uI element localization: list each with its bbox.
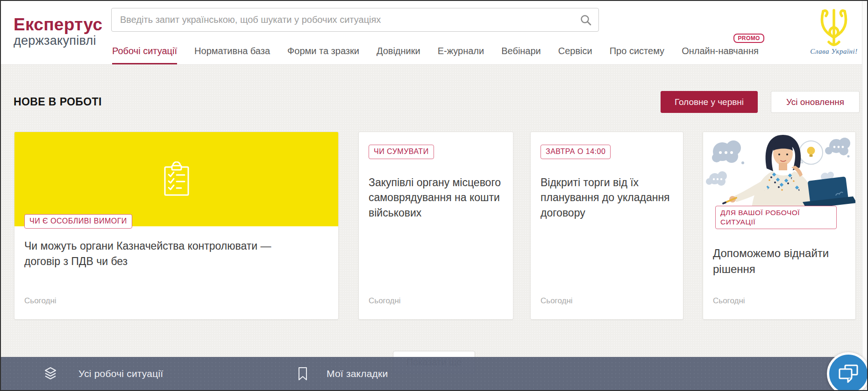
search-icon[interactable] [580,14,592,26]
card-date: Сьогодні [541,296,573,306]
nav-item-formy-ta-zrazky[interactable]: Форми та зразки [287,46,359,64]
all-updates-button[interactable]: Усі оновлення [771,91,860,113]
card-title: Закупівлі органу місцевого самоврядуванн… [369,175,503,221]
nav-item-pro-systemu[interactable]: Про систему [610,46,664,64]
card-badge: ДЛЯ ВАШОЇ РОБОЧОЇ СИТУАЦІЇ [715,206,837,229]
card-date: Сьогодні [24,296,57,306]
search-bar [111,8,599,32]
bar-item-label: Усі робочі ситуації [78,368,163,379]
trident-icon [817,8,851,47]
card-title: Допоможемо віднайти рішення [713,245,847,277]
brand-title: Експертус [14,15,102,34]
card-date: Сьогодні [369,296,401,306]
bookmark-icon [298,367,308,381]
card-badge: ЧИ Є ОСОБЛИВІ ВИМОГИ [24,214,132,229]
page-title: НОВЕ В РОБОТІ [14,96,102,108]
nav-item-dovidnyky[interactable]: Довідники [377,46,420,64]
chat-icon [838,363,859,384]
card-banner [14,132,338,226]
main-nav: Робочі ситуації Нормативна база Форми та… [112,46,759,64]
chat-button[interactable] [827,352,868,391]
news-card-featured[interactable]: ЧИ Є ОСОБЛИВІ ВИМОГИ Чи можуть органи Ка… [14,132,339,320]
nav-item-online-navchannia-wrap: Онлайн-навчання PROMO [682,46,759,64]
nav-item-servisy[interactable]: Сервіси [558,46,592,64]
search-input[interactable] [112,8,598,31]
page-scrollbar[interactable] [862,1,867,390]
clipboard-checklist-icon [163,161,190,197]
card-date: Сьогодні [713,296,745,306]
header: Експертус держзакупівлі Робочі ситуації … [1,1,862,65]
card-title: Відкриті торги від їх планування до укла… [541,175,673,221]
nav-item-vebinary[interactable]: Вебінари [501,46,541,64]
nav-item-online-navchannia[interactable]: Онлайн-навчання [682,46,759,64]
nav-item-e-zhurnaly[interactable]: Е-журнали [438,46,484,64]
brand-subtitle: держзакупівлі [14,34,102,48]
woman-with-laptop-illustration [703,132,855,212]
bottom-toolbar: Усі робочі ситуації Мої закладки [1,357,862,390]
my-bookmarks-link[interactable]: Мої закладки [298,357,388,390]
card-title: Чи можуть органи Казначейства контролюва… [24,238,305,269]
news-card[interactable]: ЗАВТРА О 14:00 Відкриті торги від їх пла… [530,132,683,320]
nav-item-robochi-sytuatsii[interactable]: Робочі ситуації [112,46,177,64]
promo-badge: PROMO [733,34,764,43]
all-work-situations-link[interactable]: Усі робочі ситуації [44,357,163,390]
news-card[interactable]: ЧИ СУМУВАТИ Закупівлі органу місцевого с… [358,132,513,320]
month-highlights-button[interactable]: Головне у червні [661,91,758,113]
card-badge: ЗАВТРА О 14:00 [541,145,611,159]
layers-icon [44,367,57,381]
nav-item-normatyvna-baza[interactable]: Нормативна база [194,46,270,64]
news-card-illustrated[interactable]: ДЛЯ ВАШОЇ РОБОЧОЇ СИТУАЦІЇ Допоможемо ві… [703,132,856,320]
bar-item-label: Мої закладки [327,368,388,379]
patriot-emblem: Слава Україні! [805,8,862,56]
app-window: Експертус держзакупівлі Робочі ситуації … [0,0,868,391]
card-badge: ЧИ СУМУВАТИ [369,145,434,159]
slogan-text: Слава Україні! [805,48,862,56]
brand-logo[interactable]: Експертус держзакупівлі [14,15,102,48]
